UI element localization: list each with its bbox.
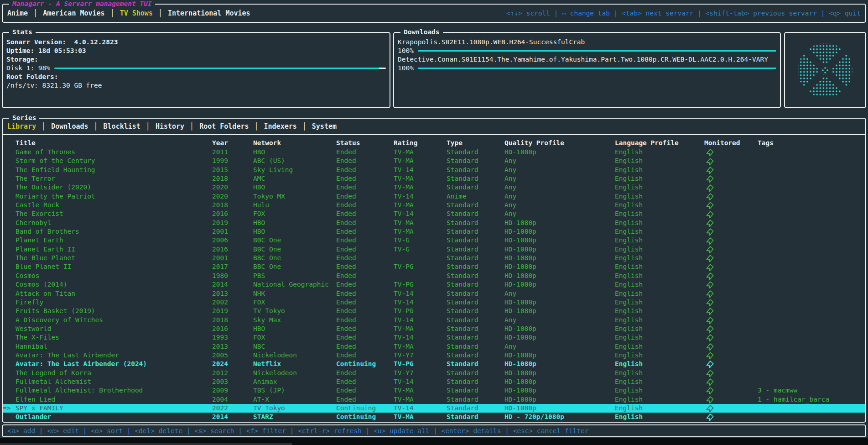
series-panel: Series Library Downloads Blocklist Histo… (2, 118, 866, 423)
table-row[interactable]: Fullmetal Alchemist: Brotherhood 2009 TB… (3, 386, 865, 395)
cell-status: Ended (336, 280, 394, 289)
cell-quality-profile: HD-1080p (504, 351, 615, 360)
table-row[interactable]: Hannibal 2013 NBC Ended TV-MA Standard A… (3, 342, 865, 351)
cell-year: 2019 (212, 307, 253, 315)
column-header-rating: Rating (394, 138, 447, 148)
cell-status: Continuing (336, 360, 394, 368)
cell-network: NBC (253, 342, 336, 351)
tab-system[interactable]: System (312, 122, 337, 131)
table-row[interactable]: The Legend of Korra 2012 Nickelodeon End… (3, 369, 865, 377)
root-folders-label: Root Folders: (6, 73, 386, 81)
table-row[interactable]: Band of Brothers 2001 HBO Ended TV-MA St… (3, 227, 865, 236)
monitored-bookmark-icon (704, 351, 758, 359)
tab-history[interactable]: History (156, 122, 184, 131)
tab-root-folders[interactable]: Root Folders (199, 122, 249, 131)
cell-quality-profile: Any (504, 174, 615, 183)
cell-year: 2017 (212, 262, 253, 271)
cell-year: 2003 (212, 377, 253, 386)
cell-network: PBS (253, 272, 336, 280)
cell-type: Standard (447, 395, 504, 404)
table-row[interactable]: Westworld 2016 HBO Ended TV-MA Standard … (3, 325, 865, 333)
cell-title: Moriarty the Patriot (16, 192, 212, 201)
table-row[interactable]: Cosmos 1980 PBS Ended Standard HD-1080p … (3, 272, 865, 280)
table-row[interactable]: Firefly 2002 FOX Ended TV-14 Standard HD… (3, 298, 865, 307)
cell-year: 2014 (212, 280, 253, 289)
cell-year: 2015 (212, 166, 253, 174)
uptime-label: Uptime: (6, 47, 34, 55)
cell-type: Standard (447, 342, 504, 351)
monitored-bookmark-icon (704, 210, 758, 218)
table-row[interactable]: Outlander 2014 STARZ Continuing TV-MA St… (3, 413, 865, 421)
cell-quality-profile: HD-1080p (504, 298, 615, 307)
tab-international-movies[interactable]: International Movies (168, 9, 250, 17)
table-row[interactable]: Blue Planet II 2017 BBC One Ended TV-PG … (3, 262, 865, 271)
tab-tv-shows[interactable]: TV Shows (120, 9, 153, 17)
table-row[interactable]: A Discovery of Witches 2018 Sky Max Ende… (3, 316, 865, 325)
cell-rating: TV-G (394, 236, 447, 245)
cell-type: Standard (447, 316, 504, 325)
cell-quality-profile: HD-1080p (504, 227, 615, 236)
tab-library[interactable]: Library (7, 122, 36, 131)
monitored-bookmark-icon (704, 290, 758, 298)
cell-language-profile: English (615, 245, 704, 254)
table-row[interactable]: The Exorcist 2016 FOX Ended TV-14 Standa… (3, 209, 865, 218)
cell-network: BBC One (253, 254, 336, 262)
tab-american-movies[interactable]: American Movies (43, 9, 104, 17)
disk-label: Disk 1: (6, 64, 34, 73)
table-row[interactable]: The X-Files 1993 FOX Ended TV-14 Standar… (3, 333, 865, 342)
cell-type: Standard (447, 236, 504, 245)
table-row[interactable]: Avatar: The Last Airbender 2005 Nickelod… (3, 351, 865, 360)
table-row[interactable]: => SPY x FAMILY 2022 TV Tokyo Continuing… (3, 404, 865, 413)
cell-quality-profile: HD-1080p (504, 377, 615, 386)
cell-year: 2019 (212, 219, 253, 227)
tab-anime[interactable]: Anime (7, 9, 28, 17)
table-row[interactable]: Planet Earth II 2016 BBC One Ended TV-G … (3, 245, 865, 254)
table-row[interactable]: Fruits Basket (2019) 2019 TV Tokyo Ended… (3, 307, 865, 315)
table-row[interactable]: Moriarty the Patriot 2020 Tokyo MX Ended… (3, 192, 865, 201)
cell-quality-profile: HD-1080p (504, 333, 615, 342)
table-row[interactable]: The Enfield Haunting 2015 Sky Living End… (3, 166, 865, 174)
cell-title: Elfen Lied (16, 395, 212, 404)
cell-network: TBS (JP) (253, 386, 336, 395)
table-row[interactable]: Avatar: The Last Airbender (2024) 2024 N… (3, 360, 865, 368)
cell-status: Ended (336, 254, 394, 262)
cell-title: Cosmos (16, 272, 212, 280)
tab-indexers[interactable]: Indexers (264, 122, 297, 131)
cell-rating: TV-14 (394, 298, 447, 307)
cell-rating: TV-MA (394, 342, 447, 351)
monitored-bookmark-icon (704, 325, 758, 333)
cell-language-profile: English (615, 351, 704, 360)
monitored-bookmark-icon (704, 369, 758, 377)
cell-title: The Enfield Haunting (16, 166, 212, 174)
tab-downloads[interactable]: Downloads (51, 122, 88, 131)
tab-blocklist[interactable]: Blocklist (104, 122, 140, 131)
table-row[interactable]: The Blue Planet 2001 BBC One Ended Stand… (3, 254, 865, 262)
disk-usage-row: Disk 1: 98% (6, 64, 386, 73)
table-row[interactable]: Chernobyl 2019 HBO Ended TV-MA Standard … (3, 219, 865, 227)
table-row[interactable]: Cosmos (2014) 2014 National Geographic E… (3, 280, 865, 289)
column-header-type: Type (447, 138, 504, 148)
cell-language-profile: English (615, 201, 704, 209)
cell-title: Fruits Basket (2019) (16, 307, 212, 315)
monitored-bookmark-icon (704, 307, 758, 315)
table-row[interactable]: Game of Thrones 2011 HBO Ended TV-MA Sta… (3, 148, 865, 157)
cell-status: Ended (336, 183, 394, 192)
cell-year: 2011 (212, 148, 253, 157)
table-row[interactable]: Planet Earth 2006 BBC One Ended TV-G Sta… (3, 236, 865, 245)
table-row[interactable]: The Outsider (2020) 2020 HBO Ended TV-MA… (3, 183, 865, 192)
cell-network: Sky Living (253, 166, 336, 174)
table-row[interactable]: Attack on Titan 2013 NHK Ended TV-14 Sta… (3, 289, 865, 298)
monitored-bookmark-icon (704, 404, 758, 412)
cell-network: HBO (253, 325, 336, 333)
table-row[interactable]: Storm of the Century 1999 ABC (US) Ended… (3, 157, 865, 165)
cell-year: 2018 (212, 174, 253, 183)
table-row[interactable]: Fullmetal Alchemist 2003 Animax Ended TV… (3, 377, 865, 386)
table-row[interactable]: Castle Rock 2018 Hulu Ended TV-MA Standa… (3, 201, 865, 209)
table-row[interactable]: Elfen Lied 2004 AT-X Ended TV-MA Standar… (3, 395, 865, 404)
table-row[interactable]: The Terror 2018 AMC Ended TV-MA Standard… (3, 174, 865, 183)
monitored-bookmark-icon (704, 272, 758, 280)
cell-type: Standard (447, 148, 504, 157)
monitored-bookmark-icon (704, 184, 758, 192)
cell-network: Sky Max (253, 316, 336, 325)
cell-type: Standard (447, 227, 504, 236)
